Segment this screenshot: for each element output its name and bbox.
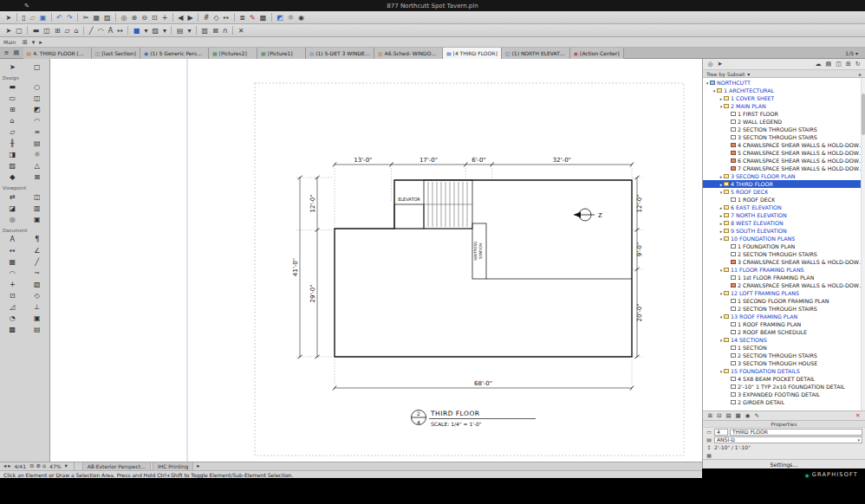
curtain-wall-tool[interactable]: ▤ (25, 138, 50, 149)
angle-dimension-tool[interactable]: ∠ (25, 245, 50, 256)
drawing-canvas[interactable]: 13'-0" 17'-0" 6'-0" 32'-0" 41'-0" 12'-0"… (50, 59, 702, 462)
redo-icon[interactable]: ↷ (65, 12, 75, 23)
slab-tool[interactable]: ▱ (0, 126, 25, 138)
document-tab[interactable]: ▤[4 THIRD FLOOR] (443, 48, 502, 59)
group-icon[interactable]: ▥ (199, 25, 211, 36)
copy-icon[interactable]: ▦ (91, 12, 102, 23)
shell-tool[interactable]: ◠ (25, 115, 50, 126)
tree-item[interactable]: 1 FOUNDATION PLAN (703, 242, 865, 250)
tree-item[interactable]: ▾1 ARCHITECTURAL (703, 87, 865, 94)
fill-type-icon[interactable]: ▨ (150, 25, 161, 36)
view-tab[interactable]: A8-Exterior Perspect... (82, 462, 151, 471)
line-icon[interactable]: ╱ (87, 25, 95, 36)
view-tab[interactable]: IHC Printing (153, 462, 193, 471)
snap-icon[interactable]: ◇ (211, 12, 221, 23)
beam-tool[interactable]: ▭ (0, 93, 25, 104)
opening-tool[interactable]: ⊠ (25, 171, 50, 183)
line-tool[interactable]: ╱ (25, 256, 50, 268)
tree-by-subset-dropdown[interactable]: Tree by Subset ▾ ▸ (703, 69, 865, 78)
arrow-tool[interactable]: ➤ (0, 61, 25, 73)
zoom-level[interactable]: 47% (49, 463, 61, 469)
text-tool[interactable]: A (0, 234, 25, 245)
tab-scroll-right-icon[interactable]: ▸ (196, 462, 200, 470)
document-tab[interactable]: ▤4. THIRD FLOOR [4. RO... (23, 48, 92, 59)
door-tool[interactable]: ◫ (25, 93, 50, 104)
open-folder-icon[interactable]: ◫ (834, 60, 844, 69)
page-indicator[interactable]: 4/41 (15, 463, 26, 469)
spline-tool[interactable]: ~ (25, 268, 50, 279)
marquee-tool[interactable]: ▢ (25, 61, 50, 73)
detach-icon[interactable]: ▸ (37, 38, 45, 47)
remove-item-icon[interactable]: ⊟ (714, 411, 723, 420)
level-dimension-tool[interactable]: ⊥ (25, 301, 50, 313)
tree-item[interactable]: 2 SECTION THROUGH STAIRS (703, 352, 865, 359)
layer-menu-icon[interactable]: ▾ (185, 25, 193, 36)
panel-toggle-icon[interactable]: ⊞ (20, 38, 29, 47)
arc-tool[interactable]: ◠ (0, 268, 25, 279)
tree-item[interactable]: 2'-10" 1 TYP 2x10 FOUNDATION DETAIL (703, 383, 865, 391)
fill-set-icon[interactable]: ▩ (257, 12, 269, 23)
dimension-icon[interactable]: ↔ (115, 25, 126, 36)
tree-item[interactable]: ▾14 SECTIONS (703, 336, 865, 344)
dimension-tool[interactable]: ↔ (0, 245, 25, 256)
section-tool[interactable]: ⇄ (0, 191, 25, 203)
tree-item[interactable]: 2 SECTION THROUGH STAIRS (703, 126, 865, 133)
tree-item[interactable]: 3 SECTION THROUGH HOUSE (703, 359, 865, 367)
new-item-icon[interactable]: ⊞ (706, 411, 714, 420)
pen-menu-icon[interactable]: ▾ (142, 25, 150, 36)
text-icon[interactable]: A (106, 25, 114, 36)
mesh-tool[interactable]: △ (25, 160, 50, 171)
skylight-tool[interactable]: ◩ (25, 104, 50, 115)
tree-item[interactable]: 4 5X8 BEAM POCKET DETAIL (703, 375, 865, 383)
go-to-icon[interactable]: ➤ (715, 60, 725, 69)
tree-item[interactable]: ▾12 LOFT FRAMING PLANS (703, 289, 865, 297)
radial-dimension-tool[interactable]: ◔ (0, 313, 25, 324)
undo-icon[interactable]: ↶ (55, 12, 65, 23)
door-icon[interactable]: ◫ (42, 25, 53, 36)
tree-item[interactable]: 7 CRAWLSPACE SHEAR WALLS & HOLD-DOWNS (703, 165, 865, 172)
tree-item[interactable]: 2 SECTION THROUGH STAIRS (703, 250, 865, 258)
tree-item[interactable]: ▸8 WEST ELEVATION (703, 219, 865, 227)
zoom-out-icon[interactable]: ⊖ (140, 12, 150, 23)
properties-header[interactable]: Properties (703, 420, 865, 428)
search-icon[interactable]: ◎ (119, 12, 129, 23)
document-tab[interactable]: ◫[last Section] (92, 48, 140, 59)
wall-icon[interactable]: ▬ (30, 25, 42, 36)
document-tab[interactable]: ▦[Pictures2] (209, 48, 257, 59)
zone-tool[interactable]: ▨ (0, 160, 25, 171)
marker-tool[interactable]: ◇ (25, 290, 50, 301)
layout-id-field[interactable]: 4 (714, 429, 728, 436)
pen-set-icon[interactable]: ✎ (247, 12, 257, 23)
tree-item[interactable]: 1 ROOF DECK (703, 196, 865, 204)
tab-list-icon[interactable]: ≡ (2, 48, 11, 58)
layout-settings-icon[interactable]: ▦ (733, 411, 743, 420)
chevron-right-icon[interactable]: ▸ (859, 71, 862, 77)
refresh-icon[interactable]: ↻ (853, 60, 862, 69)
object-tool[interactable]: ◨ (0, 149, 25, 160)
window-tool[interactable]: ⊞ (0, 104, 25, 115)
new-icon[interactable]: ▯ (20, 12, 28, 23)
arc-icon[interactable]: ◠ (95, 25, 106, 36)
document-tab[interactable]: ◎(1) 5-DET 3 WINDER ST... (306, 48, 374, 59)
tree-item[interactable]: 2 ROOF BEAM SCHEDULE (703, 328, 865, 336)
tree-item[interactable]: 3 EXPANDED FOOTING DETAIL (703, 391, 865, 398)
tree-item[interactable]: ▾10 FOUNDATION PLANS (703, 235, 865, 242)
fit-in-window-icon[interactable]: ⌂ (42, 462, 47, 470)
tree-item[interactable]: ▸7 NORTH ELEVATION (703, 211, 865, 219)
tab-pager[interactable]: 1/5 ▾ (838, 50, 865, 56)
edit-icon[interactable]: ✎ (752, 411, 761, 420)
info-icon[interactable]: ◉ (296, 12, 306, 23)
fit-view-icon[interactable]: ⊡ (149, 12, 159, 23)
tree-item[interactable]: ▾2 MAIN PLAN (703, 102, 865, 110)
document-tab[interactable]: ▦[Picture1] (257, 48, 306, 59)
zoom-in-icon[interactable]: ⊕ (129, 12, 140, 23)
grid-icon[interactable]: # (201, 12, 211, 23)
interior-elevation-tool[interactable]: ◪ (0, 203, 25, 214)
tree-item[interactable]: ▸4 THIRD FLOOR (703, 180, 865, 188)
tree-item[interactable]: ▾13 ROOF FRAMING PLAN (703, 313, 865, 320)
publish-icon[interactable]: ▤ (823, 60, 834, 69)
roof-tool[interactable]: ⌂ (0, 115, 25, 126)
roof-icon[interactable]: ⌂ (72, 25, 81, 36)
document-tab[interactable]: ▥A6.Sched- WINDOW SC... (374, 48, 443, 59)
image-tool[interactable]: ▩ (0, 324, 25, 335)
